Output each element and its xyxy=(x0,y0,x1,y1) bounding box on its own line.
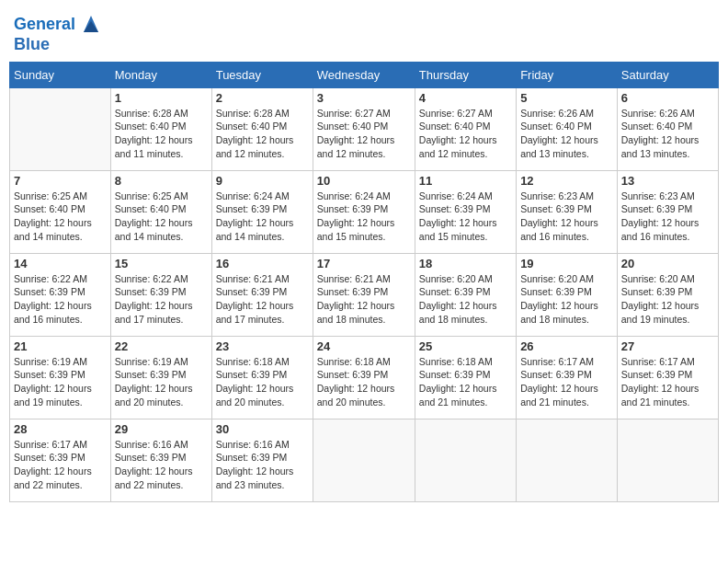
day-info: Sunrise: 6:17 AM Sunset: 6:39 PM Dayligh… xyxy=(520,355,613,409)
calendar-cell: 26Sunrise: 6:17 AM Sunset: 6:39 PM Dayli… xyxy=(517,336,618,419)
day-info: Sunrise: 6:17 AM Sunset: 6:39 PM Dayligh… xyxy=(14,438,107,492)
day-info: Sunrise: 6:24 AM Sunset: 6:39 PM Dayligh… xyxy=(419,190,512,244)
weekday-header: Friday xyxy=(517,62,618,87)
calendar-body: 1Sunrise: 6:28 AM Sunset: 6:40 PM Daylig… xyxy=(10,87,719,501)
day-number: 20 xyxy=(621,257,714,270)
calendar-week-row: 28Sunrise: 6:17 AM Sunset: 6:39 PM Dayli… xyxy=(10,419,719,501)
day-number: 6 xyxy=(621,91,714,105)
day-number: 25 xyxy=(419,339,512,353)
calendar-cell: 23Sunrise: 6:18 AM Sunset: 6:39 PM Dayli… xyxy=(211,336,313,419)
calendar-cell: 1Sunrise: 6:28 AM Sunset: 6:40 PM Daylig… xyxy=(110,87,211,170)
calendar-cell: 12Sunrise: 6:23 AM Sunset: 6:39 PM Dayli… xyxy=(517,170,618,253)
calendar-cell: 16Sunrise: 6:21 AM Sunset: 6:39 PM Dayli… xyxy=(211,253,313,336)
day-number: 3 xyxy=(317,91,411,105)
day-number: 12 xyxy=(520,174,613,188)
day-info: Sunrise: 6:20 AM Sunset: 6:39 PM Dayligh… xyxy=(621,272,714,327)
calendar-header: SundayMondayTuesdayWednesdayThursdayFrid… xyxy=(10,62,719,87)
day-number: 2 xyxy=(216,91,309,105)
day-info: Sunrise: 6:24 AM Sunset: 6:39 PM Dayligh… xyxy=(317,190,411,244)
day-info: Sunrise: 6:26 AM Sunset: 6:40 PM Dayligh… xyxy=(520,107,613,161)
day-info: Sunrise: 6:18 AM Sunset: 6:39 PM Dayligh… xyxy=(216,355,309,409)
day-number: 24 xyxy=(317,339,411,353)
calendar-cell: 15Sunrise: 6:22 AM Sunset: 6:39 PM Dayli… xyxy=(110,253,211,336)
day-number: 29 xyxy=(115,422,208,436)
calendar-week-row: 21Sunrise: 6:19 AM Sunset: 6:39 PM Dayli… xyxy=(10,336,719,419)
calendar-cell: 22Sunrise: 6:19 AM Sunset: 6:39 PM Dayli… xyxy=(110,336,211,419)
day-info: Sunrise: 6:24 AM Sunset: 6:39 PM Dayligh… xyxy=(216,190,309,244)
day-info: Sunrise: 6:25 AM Sunset: 6:40 PM Dayligh… xyxy=(115,190,208,244)
day-number: 30 xyxy=(216,422,309,436)
day-info: Sunrise: 6:18 AM Sunset: 6:39 PM Dayligh… xyxy=(419,355,512,409)
calendar-cell xyxy=(313,419,415,501)
calendar-cell: 24Sunrise: 6:18 AM Sunset: 6:39 PM Dayli… xyxy=(313,336,415,419)
calendar-cell: 29Sunrise: 6:16 AM Sunset: 6:39 PM Dayli… xyxy=(110,419,211,501)
day-number: 18 xyxy=(419,257,512,270)
day-info: Sunrise: 6:17 AM Sunset: 6:39 PM Dayligh… xyxy=(621,355,714,409)
calendar-cell: 7Sunrise: 6:25 AM Sunset: 6:40 PM Daylig… xyxy=(10,170,111,253)
day-number: 11 xyxy=(419,174,512,188)
day-info: Sunrise: 6:21 AM Sunset: 6:39 PM Dayligh… xyxy=(317,272,411,327)
day-number: 27 xyxy=(621,339,714,353)
day-number: 28 xyxy=(14,422,107,436)
calendar-cell xyxy=(617,419,718,501)
weekday-header: Saturday xyxy=(617,62,718,87)
weekday-header: Monday xyxy=(110,62,211,87)
logo: General Blue xyxy=(14,14,100,54)
calendar-cell: 17Sunrise: 6:21 AM Sunset: 6:39 PM Dayli… xyxy=(313,253,415,336)
calendar-cell: 18Sunrise: 6:20 AM Sunset: 6:39 PM Dayli… xyxy=(415,253,516,336)
weekday-header: Wednesday xyxy=(313,62,415,87)
calendar-cell: 20Sunrise: 6:20 AM Sunset: 6:39 PM Dayli… xyxy=(617,253,718,336)
svg-marker-1 xyxy=(84,21,98,32)
weekday-header: Thursday xyxy=(415,62,516,87)
calendar-cell: 13Sunrise: 6:23 AM Sunset: 6:39 PM Dayli… xyxy=(617,170,718,253)
day-number: 7 xyxy=(14,174,107,188)
day-number: 1 xyxy=(115,91,208,105)
calendar-cell: 3Sunrise: 6:27 AM Sunset: 6:40 PM Daylig… xyxy=(313,87,415,170)
day-number: 22 xyxy=(115,339,208,353)
day-info: Sunrise: 6:16 AM Sunset: 6:39 PM Dayligh… xyxy=(115,438,208,492)
day-number: 4 xyxy=(419,91,512,105)
calendar-cell: 27Sunrise: 6:17 AM Sunset: 6:39 PM Dayli… xyxy=(617,336,718,419)
weekday-header: Tuesday xyxy=(211,62,313,87)
day-info: Sunrise: 6:27 AM Sunset: 6:40 PM Dayligh… xyxy=(419,107,512,161)
day-number: 19 xyxy=(520,257,613,270)
day-number: 26 xyxy=(520,339,613,353)
day-info: Sunrise: 6:16 AM Sunset: 6:39 PM Dayligh… xyxy=(216,438,309,492)
day-info: Sunrise: 6:23 AM Sunset: 6:39 PM Dayligh… xyxy=(621,190,714,244)
day-number: 10 xyxy=(317,174,411,188)
calendar-cell: 10Sunrise: 6:24 AM Sunset: 6:39 PM Dayli… xyxy=(313,170,415,253)
calendar-cell: 14Sunrise: 6:22 AM Sunset: 6:39 PM Dayli… xyxy=(10,253,111,336)
calendar-cell: 2Sunrise: 6:28 AM Sunset: 6:40 PM Daylig… xyxy=(211,87,313,170)
calendar-cell: 6Sunrise: 6:26 AM Sunset: 6:40 PM Daylig… xyxy=(617,87,718,170)
day-info: Sunrise: 6:21 AM Sunset: 6:39 PM Dayligh… xyxy=(216,272,309,327)
calendar-cell xyxy=(415,419,516,501)
weekday-header: Sunday xyxy=(10,62,111,87)
calendar-cell: 8Sunrise: 6:25 AM Sunset: 6:40 PM Daylig… xyxy=(110,170,211,253)
calendar-cell: 21Sunrise: 6:19 AM Sunset: 6:39 PM Dayli… xyxy=(10,336,111,419)
page-header: General Blue xyxy=(9,9,719,54)
day-info: Sunrise: 6:28 AM Sunset: 6:40 PM Dayligh… xyxy=(115,107,208,161)
day-info: Sunrise: 6:25 AM Sunset: 6:40 PM Dayligh… xyxy=(14,190,107,244)
calendar-table: SundayMondayTuesdayWednesdayThursdayFrid… xyxy=(9,62,719,502)
day-info: Sunrise: 6:20 AM Sunset: 6:39 PM Dayligh… xyxy=(419,272,512,327)
day-number: 9 xyxy=(216,174,309,188)
day-number: 21 xyxy=(14,339,107,353)
day-number: 8 xyxy=(115,174,208,188)
day-info: Sunrise: 6:19 AM Sunset: 6:39 PM Dayligh… xyxy=(14,355,107,409)
calendar-week-row: 7Sunrise: 6:25 AM Sunset: 6:40 PM Daylig… xyxy=(10,170,719,253)
calendar-cell: 11Sunrise: 6:24 AM Sunset: 6:39 PM Dayli… xyxy=(415,170,516,253)
day-info: Sunrise: 6:23 AM Sunset: 6:39 PM Dayligh… xyxy=(520,190,613,244)
day-info: Sunrise: 6:22 AM Sunset: 6:39 PM Dayligh… xyxy=(115,272,208,327)
day-info: Sunrise: 6:27 AM Sunset: 6:40 PM Dayligh… xyxy=(317,107,411,161)
day-info: Sunrise: 6:18 AM Sunset: 6:39 PM Dayligh… xyxy=(317,355,411,409)
calendar-cell xyxy=(517,419,618,501)
calendar-cell: 30Sunrise: 6:16 AM Sunset: 6:39 PM Dayli… xyxy=(211,419,313,501)
logo-subtext: Blue xyxy=(14,36,100,54)
day-info: Sunrise: 6:26 AM Sunset: 6:40 PM Dayligh… xyxy=(621,107,714,161)
calendar-cell: 28Sunrise: 6:17 AM Sunset: 6:39 PM Dayli… xyxy=(10,419,111,501)
day-info: Sunrise: 6:22 AM Sunset: 6:39 PM Dayligh… xyxy=(14,272,107,327)
calendar-week-row: 14Sunrise: 6:22 AM Sunset: 6:39 PM Dayli… xyxy=(10,253,719,336)
calendar-cell: 25Sunrise: 6:18 AM Sunset: 6:39 PM Dayli… xyxy=(415,336,516,419)
calendar-cell: 19Sunrise: 6:20 AM Sunset: 6:39 PM Dayli… xyxy=(517,253,618,336)
day-number: 23 xyxy=(216,339,309,353)
